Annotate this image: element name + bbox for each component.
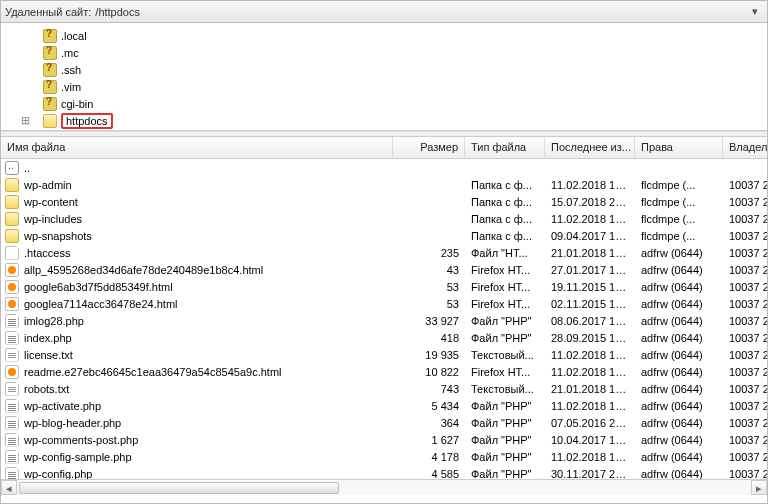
file-type: Файл "HT...: [465, 247, 545, 259]
file-row[interactable]: readme.e27ebc46645c1eaa36479a54c8545a9c.…: [1, 363, 767, 380]
firefox-file-icon: [5, 263, 19, 277]
php-file-icon: [5, 416, 19, 430]
file-date: 21.01.2018 14:2...: [545, 383, 635, 395]
file-name: index.php: [24, 332, 72, 344]
file-perm: adfrw (0644): [635, 434, 723, 446]
file-name: wp-comments-post.php: [24, 434, 138, 446]
tree-item[interactable]: .vim: [3, 78, 767, 95]
file-icon: [5, 246, 19, 260]
file-own: 10037 2524: [723, 264, 767, 276]
file-perm: adfrw (0644): [635, 400, 723, 412]
file-row[interactable]: license.txt19 935Текстовый...11.02.2018 …: [1, 346, 767, 363]
col-perm[interactable]: Права: [635, 137, 723, 158]
file-size: 235: [393, 247, 465, 259]
folder-icon: [5, 178, 19, 192]
file-row[interactable]: allp_4595268ed34d6afe78de240489e1b8c4.ht…: [1, 261, 767, 278]
file-row[interactable]: .htaccess235Файл "HT...21.01.2018 13:0..…: [1, 244, 767, 261]
file-size: 4 178: [393, 451, 465, 463]
file-row[interactable]: wp-comments-post.php1 627Файл "PHP"10.04…: [1, 431, 767, 448]
file-row[interactable]: wp-blog-header.php364Файл "PHP"07.05.201…: [1, 414, 767, 431]
php-file-icon: [5, 450, 19, 464]
file-size: 5 434: [393, 400, 465, 412]
col-size[interactable]: Размер: [393, 137, 465, 158]
file-perm: adfrw (0644): [635, 366, 723, 378]
col-name[interactable]: Имя файла: [1, 137, 393, 158]
file-own: 10037 2524: [723, 451, 767, 463]
file-size: 10 822: [393, 366, 465, 378]
file-name: ..: [24, 162, 30, 174]
file-size: 33 927: [393, 315, 465, 327]
file-own: 10037 2524: [723, 349, 767, 361]
file-name: google6ab3d7f5dd85349f.html: [24, 281, 173, 293]
scroll-right-icon[interactable]: ▸: [751, 480, 767, 495]
php-file-icon: [5, 314, 19, 328]
file-perm: adfrw (0644): [635, 451, 723, 463]
firefox-file-icon: [5, 365, 19, 379]
file-type: Папка с ф...: [465, 196, 545, 208]
file-own: 10037 2524: [723, 196, 767, 208]
file-type: Файл "PHP": [465, 417, 545, 429]
folder-icon: [5, 229, 19, 243]
file-row[interactable]: wp-config-sample.php4 178Файл "PHP"11.02…: [1, 448, 767, 465]
file-type: Firefox HT...: [465, 281, 545, 293]
file-list[interactable]: ..wp-adminПапка с ф...11.02.2018 1:21...…: [1, 159, 767, 479]
file-date: 10.04.2017 11:4...: [545, 434, 635, 446]
file-row[interactable]: index.php418Файл "PHP"28.09.2015 19:1...…: [1, 329, 767, 346]
file-date: 15.07.2018 21:4...: [545, 196, 635, 208]
tree-item[interactable]: cgi-bin: [3, 95, 767, 112]
file-perm: flcdmpe (...: [635, 213, 723, 225]
unknown-folder-icon: [43, 63, 57, 77]
file-row[interactable]: wp-activate.php5 434Файл "PHP"11.02.2018…: [1, 397, 767, 414]
file-perm: adfrw (0644): [635, 298, 723, 310]
file-perm: adfrw (0644): [635, 247, 723, 259]
scroll-left-icon[interactable]: ◂: [1, 480, 17, 495]
file-row[interactable]: ..: [1, 159, 767, 176]
file-row[interactable]: googlea7114acc36478e24.html53Firefox HT.…: [1, 295, 767, 312]
path-value[interactable]: /httpdocs: [95, 6, 747, 18]
file-perm: adfrw (0644): [635, 468, 723, 480]
tree-item[interactable]: .local: [3, 27, 767, 44]
file-row[interactable]: robots.txt743Текстовый...21.01.2018 14:2…: [1, 380, 767, 397]
file-list-header: Имя файла Размер Тип файла Последнее из.…: [1, 137, 767, 159]
file-perm: flcdmpe (...: [635, 179, 723, 191]
tree-item[interactable]: ⊞httpdocs: [3, 112, 767, 129]
expand-icon[interactable]: ⊞: [19, 114, 31, 127]
file-row[interactable]: google6ab3d7f5dd85349f.html53Firefox HT.…: [1, 278, 767, 295]
file-size: 418: [393, 332, 465, 344]
file-name: wp-includes: [24, 213, 82, 225]
col-date[interactable]: Последнее из...: [545, 137, 635, 158]
dropdown-icon[interactable]: ▾: [747, 5, 763, 18]
file-row[interactable]: wp-contentПапка с ф...15.07.2018 21:4...…: [1, 193, 767, 210]
file-own: 10037 2524: [723, 230, 767, 242]
file-date: 21.01.2018 13:0...: [545, 247, 635, 259]
col-own[interactable]: Владелец/Г...: [723, 137, 767, 158]
folder-icon: [5, 212, 19, 226]
file-size: 4 585: [393, 468, 465, 480]
file-own: 10037 2524: [723, 468, 767, 480]
file-row[interactable]: wp-adminПапка с ф...11.02.2018 1:21...fl…: [1, 176, 767, 193]
scroll-thumb[interactable]: [19, 482, 339, 494]
file-own: 10037 2524: [723, 366, 767, 378]
tree-item-label: .local: [61, 30, 87, 42]
file-name: googlea7114acc36478e24.html: [24, 298, 178, 310]
file-type: Текстовый...: [465, 349, 545, 361]
col-type[interactable]: Тип файла: [465, 137, 545, 158]
file-row[interactable]: imlog28.php33 927Файл "PHP"08.06.2017 16…: [1, 312, 767, 329]
file-perm: adfrw (0644): [635, 417, 723, 429]
file-date: 11.02.2018 1:21...: [545, 213, 635, 225]
file-own: 10037 2524: [723, 315, 767, 327]
file-perm: flcdmpe (...: [635, 196, 723, 208]
tree-item[interactable]: .mc: [3, 44, 767, 61]
file-type: Файл "PHP": [465, 332, 545, 344]
php-file-icon: [5, 331, 19, 345]
file-row[interactable]: wp-includesПапка с ф...11.02.2018 1:21..…: [1, 210, 767, 227]
file-date: 11.02.2018 1:21...: [545, 349, 635, 361]
horizontal-scrollbar[interactable]: ◂ ▸: [1, 479, 767, 495]
file-name: wp-admin: [24, 179, 72, 191]
folder-tree[interactable]: .local.mc.ssh.vimcgi-bin⊞httpdocs: [1, 23, 767, 131]
file-row[interactable]: wp-config.php4 585Файл "PHP"30.11.2017 2…: [1, 465, 767, 479]
file-row[interactable]: wp-snapshotsПапка с ф...09.04.2017 15:0.…: [1, 227, 767, 244]
tree-item[interactable]: .ssh: [3, 61, 767, 78]
file-perm: adfrw (0644): [635, 315, 723, 327]
tree-item-label: httpdocs: [61, 113, 113, 129]
